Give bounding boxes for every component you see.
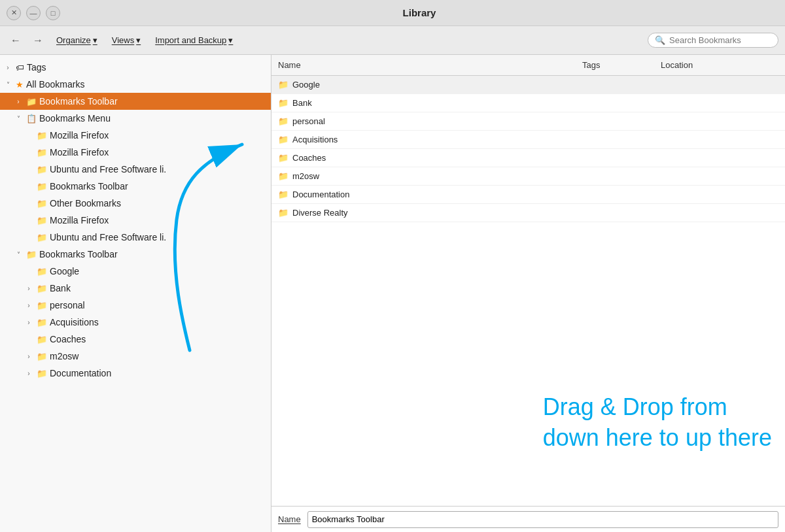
organize-chevron-icon: ▾ — [93, 35, 97, 45]
column-name-header: Name — [278, 60, 582, 70]
views-menu-button[interactable]: Views ▾ — [107, 31, 146, 50]
folder-icon-moz3: 📁 — [37, 216, 47, 225]
sidebar-item-documentation[interactable]: › 📁 Documentation — [0, 365, 271, 382]
folder-icon-ubuntu2: 📁 — [37, 233, 47, 242]
expand-toolbar-icon: › — [13, 96, 24, 107]
folder-icon-moz2: 📁 — [37, 148, 47, 158]
minimize-button[interactable]: — — [26, 6, 41, 20]
folder-icon-bmsub: 📁 — [37, 182, 47, 191]
bm-folder-icon-documentation: 📁 — [278, 190, 288, 199]
search-input[interactable] — [669, 35, 774, 45]
views-chevron-icon: ▾ — [136, 35, 141, 45]
folder-icon-moz1: 📁 — [37, 131, 47, 141]
bm-folder-icon-google: 📁 — [278, 80, 288, 90]
name-editor-input[interactable] — [307, 511, 778, 528]
sidebar-item-other-bookmarks[interactable]: 📁 Other Bookmarks — [0, 195, 271, 212]
sidebar-item-personal[interactable]: › 📁 personal — [0, 297, 271, 314]
close-button[interactable]: ✕ — [7, 6, 21, 20]
expand-menu-icon: ˅ — [13, 113, 24, 124]
sidebar-item-bookmarks-menu[interactable]: ˅ 📋 Bookmarks Menu — [0, 110, 271, 127]
column-tags-header: Tags — [582, 60, 661, 70]
expand-m2osw-icon: › — [24, 351, 34, 361]
bookmark-row-m2osw[interactable]: 📁 m2osw — [271, 167, 785, 186]
import-backup-menu-button[interactable]: Import and Backup ▾ — [150, 31, 238, 50]
expand-bank-icon: › — [24, 283, 34, 293]
menu-folder-icon: 📋 — [26, 114, 37, 124]
bookmark-row-personal[interactable]: 📁 personal — [271, 112, 785, 131]
sidebar: › 🏷 Tags ˅ ★ All Bookmarks › 📁 Bookmarks… — [0, 55, 271, 532]
bm-folder-icon-coaches: 📁 — [278, 153, 288, 163]
star-icon: ★ — [16, 80, 24, 90]
folder-icon-ubuntu1: 📁 — [37, 165, 47, 175]
name-editor: Name — [271, 506, 785, 532]
expand-personal-icon: › — [24, 300, 34, 310]
bookmark-list: 📁 Google 📁 Bank 📁 personal — [271, 76, 785, 506]
sidebar-item-mozilla-1[interactable]: 📁 Mozilla Firefox — [0, 127, 271, 144]
sidebar-item-bank[interactable]: › 📁 Bank — [0, 280, 271, 297]
bm-folder-icon-diverse-realty: 📁 — [278, 208, 288, 218]
bm-folder-icon-acquisitions: 📁 — [278, 135, 288, 144]
sidebar-item-acquisitions[interactable]: › 📁 Acquisitions — [0, 314, 271, 331]
organize-menu-button[interactable]: Organize ▾ — [51, 31, 103, 50]
bookmark-row-documentation[interactable]: 📁 Documentation — [271, 186, 785, 204]
sidebar-item-ubuntu-2[interactable]: 📁 Ubuntu and Free Software li. — [0, 229, 271, 246]
expand-all-icon: ˅ — [3, 79, 13, 90]
folder-icon-bank: 📁 — [37, 284, 47, 293]
forward-button[interactable]: → — [29, 31, 47, 50]
sidebar-item-mozilla-2[interactable]: 📁 Mozilla Firefox — [0, 144, 271, 161]
search-icon: 🔍 — [655, 35, 665, 45]
sidebar-item-google[interactable]: 📁 Google — [0, 263, 271, 280]
bookmark-row-diverse-realty[interactable]: 📁 Diverse Realty — [271, 204, 785, 222]
folder-icon-acquisitions: 📁 — [37, 318, 47, 327]
bm-folder-icon-personal: 📁 — [278, 116, 288, 126]
folder-icon-coaches: 📁 — [37, 335, 47, 344]
expand-bmmain-icon: ˅ — [13, 249, 24, 259]
tag-icon: 🏷 — [16, 63, 24, 73]
table-header: Name Tags Location — [271, 55, 785, 76]
bookmark-row-coaches[interactable]: 📁 Coaches — [271, 149, 785, 167]
folder-icon-documentation: 📁 — [37, 369, 47, 378]
sidebar-item-bookmarks-toolbar[interactable]: › 📁 Bookmarks Toolbar — [0, 93, 271, 110]
maximize-button[interactable]: □ — [46, 6, 60, 20]
starred-folder-icon: 📁 — [26, 97, 37, 107]
toolbar: ← → Organize ▾ Views ▾ Import and Backup… — [0, 26, 785, 55]
expand-acquisitions-icon: › — [24, 317, 34, 327]
folder-icon-other: 📁 — [37, 199, 47, 208]
sidebar-item-mozilla-3[interactable]: 📁 Mozilla Firefox — [0, 212, 271, 229]
right-panel: Name Tags Location 📁 Google 📁 Bank — [271, 55, 785, 532]
sidebar-item-bm-toolbar-main[interactable]: ˅ 📁 Bookmarks Toolbar — [0, 246, 271, 263]
bookmark-row-bank[interactable]: 📁 Bank — [271, 94, 785, 112]
name-editor-label: Name — [278, 514, 301, 524]
column-location-header: Location — [661, 60, 778, 70]
folder-icon-personal: 📁 — [37, 301, 47, 310]
sidebar-item-m2osw[interactable]: › 📁 m2osw — [0, 348, 271, 365]
main-content: › 🏷 Tags ˅ ★ All Bookmarks › 📁 Bookmarks… — [0, 55, 785, 532]
bm-folder-icon-m2osw: 📁 — [278, 171, 288, 181]
expand-documentation-icon: › — [24, 368, 34, 378]
bookmark-row-google[interactable]: 📁 Google — [271, 76, 785, 94]
sidebar-item-ubuntu-1[interactable]: 📁 Ubuntu and Free Software li. — [0, 161, 271, 178]
import-chevron-icon: ▾ — [228, 35, 233, 45]
back-button[interactable]: ← — [7, 31, 25, 50]
sidebar-item-all-bookmarks[interactable]: ˅ ★ All Bookmarks — [0, 76, 271, 93]
sidebar-item-tags[interactable]: › 🏷 Tags — [0, 59, 271, 76]
bookmark-row-acquisitions[interactable]: 📁 Acquisitions — [271, 131, 785, 149]
window-controls: ✕ — □ — [7, 6, 60, 20]
folder-icon-bmmain: 📁 — [26, 250, 37, 259]
bm-folder-icon-bank: 📁 — [278, 98, 288, 108]
sidebar-item-coaches[interactable]: 📁 Coaches — [0, 331, 271, 348]
search-box: 🔍 — [648, 33, 778, 48]
annotation-area: 📁 Google 📁 Bank 📁 personal — [271, 76, 785, 506]
sidebar-item-bm-toolbar-sub[interactable]: 📁 Bookmarks Toolbar — [0, 178, 271, 195]
window-title: Library — [60, 7, 778, 18]
folder-icon-m2osw: 📁 — [37, 352, 47, 361]
expand-tags-icon: › — [3, 62, 13, 73]
titlebar: ✕ — □ Library — [0, 0, 785, 26]
folder-icon-google: 📁 — [37, 267, 47, 276]
